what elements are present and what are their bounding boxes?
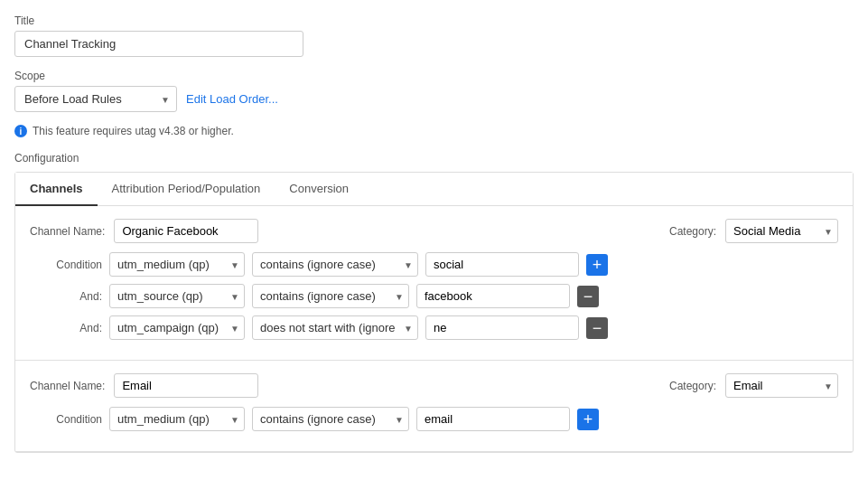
and-label-1-2: And: (30, 290, 102, 303)
category-select-wrapper-1: Social Media Email Paid Search Organic S… (725, 219, 838, 243)
value-input-2-1[interactable] (416, 407, 570, 431)
condition-row-1-3: And: utm_medium (qp) utm_source (qp) utm… (30, 315, 838, 340)
channel-name-label-2: Channel Name: (30, 380, 105, 392)
scope-row: Before Load RulesAfter Load Rules ▼ Edit… (14, 86, 854, 112)
title-section: Title (14, 14, 854, 57)
condition-row-1-1: Condition utm_medium (qp) utm_source (qp… (30, 252, 838, 277)
channel-name-input-1[interactable] (114, 219, 258, 243)
scope-section: Scope Before Load RulesAfter Load Rules … (14, 70, 854, 112)
configuration-section: Configuration Channels Attribution Perio… (14, 152, 854, 453)
condition-label-1-1: Condition (30, 259, 102, 271)
title-input[interactable] (14, 31, 303, 57)
scope-select[interactable]: Before Load RulesAfter Load Rules (14, 86, 177, 112)
tab-content: Channel Name: Category: Social Media Ema… (15, 206, 853, 452)
and-label-1-3: And: (30, 322, 102, 334)
operator-select-1-1[interactable]: contains (ignore case) does not contain … (252, 252, 418, 277)
utm-select-2-1[interactable]: utm_medium (qp) utm_source (qp) utm_camp… (109, 407, 245, 431)
operator-select-2-1[interactable]: contains (ignore case) does not contain … (252, 407, 409, 431)
category-label-1: Category: (644, 225, 716, 238)
tab-conversion[interactable]: Conversion (275, 173, 363, 206)
title-label: Title (14, 14, 854, 27)
operator-select-wrapper-2-1: contains (ignore case) does not contain … (252, 407, 409, 431)
utm-select-1-3[interactable]: utm_medium (qp) utm_source (qp) utm_camp… (109, 315, 245, 340)
tab-attribution[interactable]: Attribution Period/Population (98, 173, 275, 206)
channel-name-row-2: Channel Name: Category: Social Media Ema… (30, 373, 838, 398)
add-condition-button-2-1[interactable]: + (577, 409, 599, 430)
utm-select-1-1[interactable]: utm_medium (qp) utm_source (qp) utm_camp… (109, 252, 245, 277)
scope-select-wrapper: Before Load RulesAfter Load Rules ▼ (14, 86, 177, 112)
operator-select-wrapper-1-1: contains (ignore case) does not contain … (252, 252, 418, 277)
utm-select-wrapper-1-3: utm_medium (qp) utm_source (qp) utm_camp… (109, 315, 245, 340)
utm-select-wrapper-2-1: utm_medium (qp) utm_source (qp) utm_camp… (109, 407, 245, 431)
operator-select-wrapper-1-2: contains (ignore case) does not contain … (252, 284, 409, 308)
value-input-1-1[interactable] (425, 252, 579, 277)
channel-block-2: Channel Name: Category: Social Media Ema… (15, 361, 853, 452)
channel-name-row-1: Channel Name: Category: Social Media Ema… (30, 219, 838, 243)
channel-name-input-2[interactable] (114, 373, 258, 398)
add-condition-button-1-1[interactable]: + (586, 254, 608, 276)
utm-select-1-2[interactable]: utm_medium (qp) utm_source (qp) utm_camp… (109, 284, 245, 308)
config-label: Configuration (14, 152, 854, 165)
value-input-1-3[interactable] (425, 315, 579, 340)
condition-label-2-1: Condition (30, 413, 102, 426)
condition-row-2-1: Condition utm_medium (qp) utm_source (qp… (30, 407, 838, 431)
utm-select-wrapper-1-2: utm_medium (qp) utm_source (qp) utm_camp… (109, 284, 245, 308)
utm-select-wrapper-1-1: utm_medium (qp) utm_source (qp) utm_camp… (109, 252, 245, 277)
info-text: This feature requires utag v4.38 or high… (33, 125, 234, 137)
tabs-bar: Channels Attribution Period/Population C… (15, 173, 853, 206)
info-row: i This feature requires utag v4.38 or hi… (14, 125, 854, 137)
category-label-2: Category: (644, 380, 716, 392)
channel-block-1: Channel Name: Category: Social Media Ema… (15, 206, 853, 361)
edit-load-order-button[interactable]: Edit Load Order... (186, 92, 278, 106)
category-select-1[interactable]: Social Media Email Paid Search Organic S… (725, 219, 838, 243)
operator-select-1-2[interactable]: contains (ignore case) does not contain … (252, 284, 409, 308)
scope-label: Scope (14, 70, 854, 82)
info-icon: i (14, 125, 27, 137)
channel-name-label-1: Channel Name: (30, 225, 105, 238)
operator-select-1-3[interactable]: contains (ignore case) does not contain … (252, 315, 418, 340)
tab-channels[interactable]: Channels (15, 173, 98, 206)
operator-select-wrapper-1-3: contains (ignore case) does not contain … (252, 315, 418, 340)
category-select-wrapper-2: Social Media Email Paid Search Organic S… (725, 373, 838, 398)
value-input-1-2[interactable] (416, 284, 570, 308)
remove-condition-button-1-3[interactable]: − (586, 317, 608, 339)
remove-condition-button-1-2[interactable]: − (577, 286, 599, 307)
category-select-2[interactable]: Social Media Email Paid Search Organic S… (725, 373, 838, 398)
config-panel: Channels Attribution Period/Population C… (14, 172, 854, 453)
condition-row-1-2: And: utm_medium (qp) utm_source (qp) utm… (30, 284, 838, 308)
